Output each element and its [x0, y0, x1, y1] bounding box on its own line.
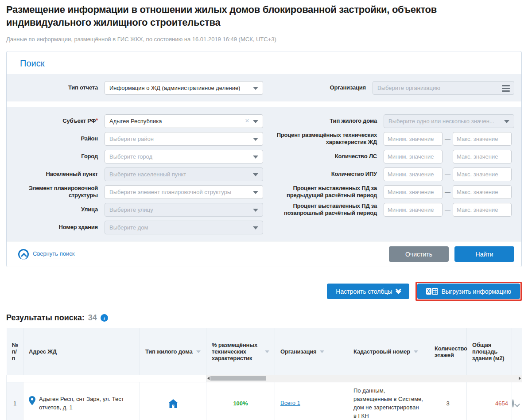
map-pin-icon — [29, 396, 35, 405]
organization-input[interactable]: Выберите организацию — [373, 81, 514, 95]
collapse-search-label: Свернуть поиск — [33, 250, 74, 258]
horizontal-scrollbar[interactable] — [206, 375, 522, 382]
page-title: Размещение информации в отношении жилых … — [6, 3, 522, 29]
export-label: Выгрузить информацию — [442, 288, 511, 295]
min-placeholder: Миним. значение — [388, 136, 434, 142]
pd-before-prev-range: Миним. значение — Макс. значение — [384, 203, 514, 217]
chevron-down-icon — [253, 173, 258, 176]
search-panel-footer: Свернуть поиск Очистить Найти — [7, 241, 521, 267]
clear-icon[interactable]: × — [245, 117, 249, 125]
sort-icon[interactable] — [414, 350, 418, 353]
excel-x: X — [426, 288, 431, 295]
pd-before-prev-max-input[interactable]: Макс. значение — [453, 203, 512, 217]
export-button[interactable]: X Выгрузить информацию — [417, 284, 520, 299]
excel-grid — [432, 288, 438, 295]
district-select[interactable]: Выберите район — [105, 132, 263, 146]
subject-rf-value: Адыгея Республика — [109, 118, 162, 124]
ls-count-max-input[interactable]: Макс. значение — [453, 150, 512, 163]
sort-icon[interactable] — [196, 350, 201, 353]
min-placeholder: Миним. значение — [388, 171, 434, 178]
report-type-label: Тип отчета — [14, 84, 105, 91]
tech-percent-max-input[interactable]: Макс. значение — [453, 132, 512, 146]
planning-element-select[interactable]: Выберите элемент планировочной структуры — [105, 185, 263, 199]
results-heading-label: Результаты поиска: — [6, 313, 85, 323]
hamburger-icon[interactable] — [502, 85, 510, 93]
double-chevron-down-icon — [396, 290, 400, 293]
planning-element-label: Элемент планировочной структуры — [14, 185, 105, 199]
ls-count-min-input[interactable]: Миним. значение — [384, 150, 443, 163]
scrollbar-thumb[interactable] — [210, 376, 266, 381]
pd-prev-label: Процент выставленных ПД за предыдущий ра… — [275, 185, 384, 199]
settlement-placeholder: Выберите населенный пункт — [109, 171, 186, 178]
floors-value: 3 — [429, 382, 467, 420]
report-type-select[interactable]: Информация о ЖД (административное делени… — [105, 81, 263, 95]
house-type-select[interactable]: Выберите одно или несколько значен... — [384, 114, 514, 128]
find-button[interactable]: Найти — [454, 246, 514, 262]
ipu-count-min-input[interactable]: Миним. значение — [384, 167, 443, 181]
results-count: 34 — [88, 313, 97, 323]
house-type-placeholder: Выберите одно или несколько значен... — [388, 118, 494, 124]
collapse-search-link[interactable]: Свернуть поиск — [18, 249, 74, 260]
cadastral-text: По данным, размещенным в Системе, дом не… — [348, 382, 429, 420]
pd-prev-max-input[interactable]: Макс. значение — [453, 185, 512, 199]
search-section-report: Тип отчета Информация о ЖД (администрати… — [7, 74, 521, 101]
district-label: Район — [14, 135, 105, 142]
clear-button[interactable]: Очистить — [389, 246, 449, 262]
col-cadastral[interactable]: Кадастровый номер — [348, 328, 429, 375]
max-placeholder: Макс. значение — [457, 189, 498, 195]
row-expander-icon[interactable] — [512, 399, 514, 408]
tech-percent-range: Миним. значение — Макс. значение — [384, 132, 514, 146]
col-tech-percent[interactable]: % размещённых технических характеристик — [206, 328, 275, 375]
table-row: 1 Адыгея Респ, снт Заря, ул. Тест отчето… — [7, 382, 522, 420]
results-heading: Результаты поиска: 34 i — [6, 313, 522, 323]
min-placeholder: Миним. значение — [388, 206, 434, 213]
pd-prev-min-input[interactable]: Миним. значение — [384, 185, 443, 199]
subject-rf-select[interactable]: Адыгея Республика × — [105, 114, 263, 128]
col-area: Общая площадь здания (м2) — [467, 328, 512, 375]
results-toolbar: Настроить столбцы X Выгрузить информацию — [6, 282, 522, 301]
city-label: Город — [14, 153, 105, 160]
house-icon[interactable] — [168, 399, 178, 408]
district-placeholder: Выберите район — [109, 136, 154, 142]
chevron-up-circle-icon[interactable] — [18, 249, 29, 260]
col-organization[interactable]: Организация — [275, 328, 348, 375]
scroll-right-icon[interactable] — [519, 377, 521, 380]
range-dash: — — [445, 189, 450, 195]
organization-link[interactable]: Всего 1 — [280, 400, 300, 406]
city-select[interactable]: Выберите город — [105, 150, 263, 163]
chevron-down-icon — [253, 226, 258, 229]
sort-icon[interactable] — [320, 350, 324, 353]
range-dash: — — [445, 136, 450, 142]
pd-prev-range: Миним. значение — Макс. значение — [384, 185, 514, 199]
settlement-select[interactable]: Выберите населенный пункт — [105, 167, 263, 181]
city-placeholder: Выберите город — [109, 153, 152, 160]
building-number-select[interactable]: Выберите дом — [105, 221, 263, 234]
scroll-left-icon[interactable] — [207, 377, 210, 380]
pd-before-prev-min-input[interactable]: Миним. значение — [384, 203, 443, 217]
page-subtitle: Данные по информации, размещённой в ГИС … — [6, 36, 522, 43]
max-placeholder: Макс. значение — [457, 171, 498, 178]
ipu-count-max-input[interactable]: Макс. значение — [453, 167, 512, 181]
tech-percent-min-input[interactable]: Миним. значение — [384, 132, 443, 146]
organization-label: Организация — [264, 84, 373, 91]
required-asterisk: * — [96, 117, 98, 124]
row-num: 1 — [7, 382, 23, 420]
house-type-label: Тип жилого дома — [275, 117, 384, 124]
max-placeholder: Макс. значение — [457, 206, 498, 213]
building-number-placeholder: Выберите дом — [109, 224, 148, 231]
street-placeholder: Выберите улицу — [109, 206, 153, 213]
results-table: № п/п Адрес ЖД Тип жилого дома % размещё… — [6, 328, 522, 420]
street-select[interactable]: Выберите улицу — [105, 203, 263, 217]
range-dash: — — [445, 171, 450, 178]
sort-icon[interactable] — [265, 350, 269, 353]
chevron-down-icon — [253, 156, 258, 159]
area-value: 4654 — [467, 400, 512, 407]
info-icon[interactable]: i — [101, 314, 108, 322]
col-address: Адрес ЖД — [23, 328, 140, 375]
configure-columns-button[interactable]: Настроить столбцы — [327, 284, 409, 299]
min-placeholder: Миним. значение — [388, 153, 434, 160]
configure-columns-label: Настроить столбцы — [336, 288, 392, 295]
chevron-down-icon — [253, 87, 258, 90]
col-house-type[interactable]: Тип жилого дома — [140, 328, 206, 375]
excel-icon: X — [426, 288, 438, 295]
